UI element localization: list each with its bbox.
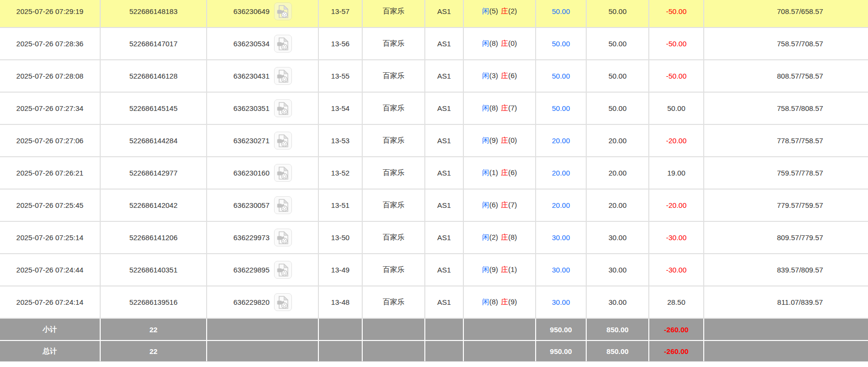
cell-bet-amount: 50.00 bbox=[536, 93, 587, 124]
balance: 759.57/778.57 bbox=[777, 169, 823, 177]
round-number: 13-54 bbox=[331, 104, 349, 112]
player-score: (8) bbox=[489, 39, 498, 48]
video-replay-button[interactable] bbox=[274, 261, 292, 279]
bet-time: 2025-07-26 07:28:36 bbox=[16, 40, 83, 48]
total-result-cell bbox=[464, 341, 536, 361]
table-row[interactable]: 2025-07-26 07:27:34 522686145145 6362303… bbox=[0, 93, 868, 125]
cell-bet-time: 2025-07-26 07:25:45 bbox=[0, 190, 101, 221]
video-replay-button[interactable] bbox=[274, 196, 292, 214]
total-round-cell bbox=[319, 341, 363, 361]
video-replay-button[interactable] bbox=[274, 99, 292, 117]
video-replay-icon bbox=[277, 231, 289, 245]
bet-amount: 20.00 bbox=[552, 136, 570, 145]
balance: 778.57/758.57 bbox=[777, 136, 823, 145]
video-replay-button[interactable] bbox=[274, 35, 292, 53]
banker-label: 庄 bbox=[501, 136, 508, 145]
round-number: 13-50 bbox=[331, 233, 349, 242]
video-replay-icon bbox=[277, 37, 289, 51]
player-result: 闲(9) bbox=[482, 136, 498, 145]
subtotal-balance-cell bbox=[704, 319, 868, 340]
cell-bet-id: 522686145145 bbox=[101, 93, 207, 124]
bet-id: 522686148183 bbox=[129, 7, 177, 15]
bet-records-table: 2025-07-26 07:29:19 522686148183 6362306… bbox=[0, 0, 868, 367]
cell-game-id: 636230534 bbox=[207, 28, 319, 59]
bet-time: 2025-07-26 07:26:21 bbox=[16, 169, 83, 177]
game-type: 百家乐 bbox=[383, 298, 405, 307]
bet-id: 522686140351 bbox=[129, 266, 177, 274]
cell-valid-amount: 20.00 bbox=[587, 190, 649, 221]
win-loss-amount: 19.00 bbox=[667, 169, 685, 177]
player-label: 闲 bbox=[482, 265, 489, 274]
cell-win-loss: 28.50 bbox=[649, 286, 704, 318]
video-replay-button[interactable] bbox=[274, 164, 292, 182]
video-replay-icon bbox=[277, 134, 289, 148]
cell-bet-amount: 20.00 bbox=[536, 125, 587, 156]
cell-game-id: 636230351 bbox=[207, 93, 319, 124]
cell-result: 闲(5) 庄(2) bbox=[464, 0, 536, 27]
cell-bet-id: 522686144284 bbox=[101, 125, 207, 156]
cell-bet-amount: 30.00 bbox=[536, 286, 587, 318]
cell-game-id: 636230160 bbox=[207, 157, 319, 189]
banker-label: 庄 bbox=[501, 39, 508, 48]
cell-win-loss: 50.00 bbox=[649, 93, 704, 124]
banker-result: 庄(1) bbox=[501, 265, 517, 274]
total-count: 22 bbox=[101, 341, 207, 361]
video-replay-button[interactable] bbox=[274, 67, 292, 85]
video-replay-button[interactable] bbox=[274, 132, 292, 150]
cell-bet-time: 2025-07-26 07:28:08 bbox=[0, 60, 101, 92]
table-row[interactable]: 2025-07-26 07:26:21 522686142977 6362301… bbox=[0, 157, 868, 190]
video-replay-icon bbox=[277, 166, 289, 180]
video-replay-icon bbox=[277, 199, 289, 212]
subtotal-game-cell bbox=[363, 319, 425, 340]
banker-label: 庄 bbox=[501, 201, 508, 210]
player-label: 闲 bbox=[482, 298, 489, 307]
cell-bet-id: 522686142977 bbox=[101, 157, 207, 189]
subtotal-row: 小计 22 950.00 850.00 -260.00 bbox=[0, 319, 868, 340]
table-row[interactable]: 2025-07-26 07:24:44 522686140351 6362298… bbox=[0, 254, 868, 286]
cell-game-type: 百家乐 bbox=[363, 222, 425, 253]
balance: 758.57/808.57 bbox=[777, 104, 823, 112]
bet-time: 2025-07-26 07:25:45 bbox=[16, 201, 83, 209]
table-row[interactable]: 2025-07-26 07:28:08 522686146128 6362304… bbox=[0, 60, 868, 93]
cell-win-loss: -50.00 bbox=[649, 0, 704, 27]
cell-result: 闲(9) 庄(1) bbox=[464, 254, 536, 285]
cell-game-type: 百家乐 bbox=[363, 60, 425, 92]
player-result: 闲(8) bbox=[482, 39, 498, 48]
game-type: 百家乐 bbox=[383, 201, 405, 210]
win-loss-amount: -30.00 bbox=[666, 233, 687, 242]
banker-score: (0) bbox=[508, 136, 517, 145]
player-score: (1) bbox=[489, 168, 498, 177]
table-row[interactable]: 2025-07-26 07:25:45 522686142042 6362300… bbox=[0, 190, 868, 222]
bet-time: 2025-07-26 07:25:14 bbox=[16, 233, 83, 242]
balance: 758.57/708.57 bbox=[777, 40, 823, 48]
table-bottom-edge bbox=[0, 361, 868, 367]
video-replay-button[interactable] bbox=[274, 229, 292, 246]
bet-amount: 50.00 bbox=[552, 104, 570, 112]
cell-game-type: 百家乐 bbox=[363, 157, 425, 189]
table-name: AS1 bbox=[437, 136, 451, 145]
table-name: AS1 bbox=[437, 233, 451, 242]
video-replay-button[interactable] bbox=[274, 2, 292, 20]
table-row[interactable]: 2025-07-26 07:27:06 522686144284 6362302… bbox=[0, 125, 868, 157]
player-result: 闲(2) bbox=[482, 233, 498, 242]
cell-game-type: 百家乐 bbox=[363, 286, 425, 318]
video-replay-button[interactable] bbox=[274, 293, 292, 311]
table-row[interactable]: 2025-07-26 07:28:36 522686147017 6362305… bbox=[0, 28, 868, 60]
cell-win-loss: -30.00 bbox=[649, 254, 704, 285]
cell-game-type: 百家乐 bbox=[363, 125, 425, 156]
table-name: AS1 bbox=[437, 40, 451, 48]
game-type: 百家乐 bbox=[383, 265, 405, 274]
win-loss-amount: -50.00 bbox=[666, 72, 687, 80]
bet-amount: 30.00 bbox=[552, 266, 570, 274]
cell-result: 闲(6) 庄(7) bbox=[464, 190, 536, 221]
table-row[interactable]: 2025-07-26 07:29:19 522686148183 6362306… bbox=[0, 0, 868, 28]
cell-result: 闲(8) 庄(9) bbox=[464, 286, 536, 318]
table-row[interactable]: 2025-07-26 07:24:14 522686139516 6362298… bbox=[0, 286, 868, 319]
subtotal-win-loss: -260.00 bbox=[649, 319, 704, 340]
round-number: 13-52 bbox=[331, 169, 349, 177]
cell-game-type: 百家乐 bbox=[363, 0, 425, 27]
player-score: (2) bbox=[489, 233, 498, 242]
table-row[interactable]: 2025-07-26 07:25:14 522686141206 6362299… bbox=[0, 222, 868, 254]
total-gameid-cell bbox=[207, 341, 319, 361]
bet-amount: 30.00 bbox=[552, 298, 570, 306]
